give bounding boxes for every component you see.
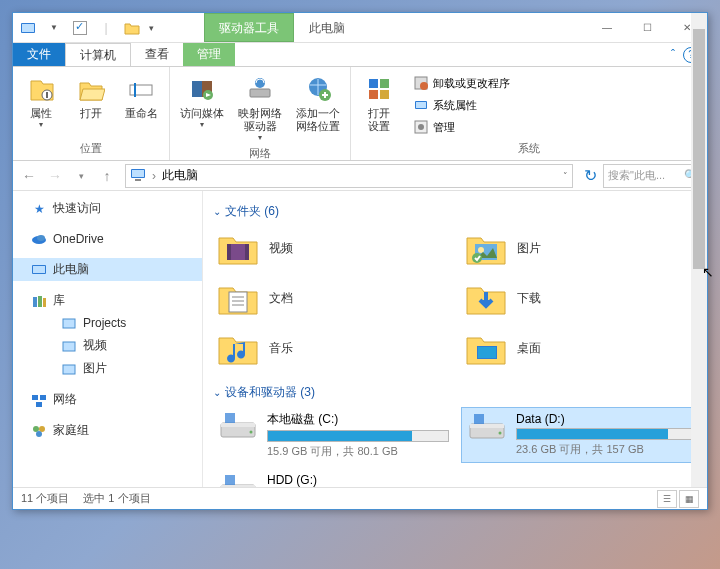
sidebar-item-network[interactable]: 网络: [13, 388, 202, 411]
folder-item-downloads[interactable]: 下载: [461, 276, 701, 320]
svg-point-18: [420, 82, 428, 90]
folder-icon: [217, 330, 259, 366]
quick-access-toolbar: ▼ | ▾: [13, 17, 154, 39]
section-folders-header[interactable]: ⌄文件夹 (6): [209, 199, 701, 226]
recent-locations-button[interactable]: ▾: [69, 164, 93, 188]
tab-manage[interactable]: 管理: [183, 43, 235, 66]
folder-item-desktop[interactable]: 桌面: [461, 326, 701, 370]
open-icon: [75, 73, 107, 105]
address-bar[interactable]: › 此电脑 ˅: [125, 164, 573, 188]
drive-usage-text: 23.6 GB 可用，共 157 GB: [516, 442, 696, 457]
svg-rect-25: [135, 179, 141, 181]
address-dropdown-icon[interactable]: ˅: [563, 171, 568, 181]
folder-item-pictures[interactable]: 图片: [461, 226, 701, 270]
drive-item[interactable]: HDD (G:)502 GB 可用，共 833 GB: [213, 469, 453, 487]
ribbon-system-properties-button[interactable]: 系统属性: [409, 95, 514, 115]
tab-view[interactable]: 查看: [131, 43, 183, 66]
svg-rect-61: [474, 414, 484, 424]
system-menu-icon[interactable]: [17, 17, 39, 39]
svg-rect-16: [380, 90, 389, 99]
qat-properties-icon[interactable]: [69, 17, 91, 39]
svg-rect-24: [132, 170, 144, 177]
view-details-button[interactable]: ☰: [657, 490, 677, 508]
drive-item[interactable]: 本地磁盘 (C:)15.9 GB 可用，共 80.1 GB: [213, 407, 453, 463]
svg-rect-44: [245, 244, 249, 260]
qat-overflow-icon[interactable]: ▾: [149, 23, 154, 33]
ribbon-add-location-button[interactable]: 添加一个 网络位置: [294, 71, 342, 144]
svg-rect-3: [46, 92, 48, 98]
drive-icon: [217, 411, 259, 447]
qat-new-folder-icon[interactable]: [121, 17, 143, 39]
ribbon-manage-button[interactable]: 管理: [409, 117, 514, 137]
breadcrumb-thispc[interactable]: 此电脑: [162, 167, 198, 184]
sidebar-item-libraries[interactable]: 库: [13, 289, 202, 312]
sidebar-item-video[interactable]: 视频: [13, 334, 202, 357]
svg-rect-57: [225, 413, 235, 423]
folder-item-documents[interactable]: 文档: [213, 276, 453, 320]
properties-icon: [25, 73, 57, 105]
sidebar-item-quick-access[interactable]: ★快速访问: [13, 197, 202, 220]
svg-rect-33: [63, 319, 75, 328]
folder-icon: [465, 330, 507, 366]
svg-point-27: [37, 235, 45, 241]
folder-icon: [217, 230, 259, 266]
svg-rect-13: [369, 79, 378, 88]
minimize-button[interactable]: —: [587, 13, 627, 43]
search-input[interactable]: 搜索"此电...🔍: [603, 164, 703, 188]
ribbon-access-media-button[interactable]: 访问媒体 ▾: [178, 71, 226, 144]
svg-point-47: [472, 253, 482, 263]
libraries-icon: [31, 293, 47, 309]
folder-item-video[interactable]: 视频: [213, 226, 453, 270]
svg-rect-63: [221, 485, 255, 487]
svg-rect-30: [33, 297, 37, 307]
folder-icon: [217, 280, 259, 316]
refresh-button[interactable]: ↻: [579, 166, 601, 185]
drive-item[interactable]: Data (D:)23.6 GB 可用，共 157 GB: [461, 407, 701, 463]
svg-point-22: [418, 124, 424, 130]
up-button[interactable]: ↑: [95, 164, 119, 188]
ribbon-tabstrip: 文件 计算机 查看 管理 ˆ ?: [13, 43, 707, 67]
folder-item-music[interactable]: 音乐: [213, 326, 453, 370]
ribbon-group-location-label: 位置: [21, 139, 161, 156]
ribbon-uninstall-button[interactable]: 卸载或更改程序: [409, 73, 514, 93]
sidebar-item-projects[interactable]: Projects: [13, 312, 202, 334]
tab-computer[interactable]: 计算机: [65, 43, 131, 66]
vertical-scrollbar[interactable]: [691, 191, 707, 487]
sidebar-item-thispc[interactable]: 此电脑: [13, 258, 202, 281]
statusbar: 11 个项目 选中 1 个项目 ☰ ▦: [13, 487, 707, 509]
video-library-icon: [61, 338, 77, 354]
thispc-icon: [130, 167, 146, 184]
drive-usage-bar: [516, 428, 696, 440]
tab-file[interactable]: 文件: [13, 43, 65, 66]
sidebar-item-homegroup[interactable]: 家庭组: [13, 419, 202, 442]
contextual-tab-drive-tools[interactable]: 驱动器工具: [204, 13, 294, 42]
maximize-button[interactable]: ☐: [627, 13, 667, 43]
drive-icon: [217, 473, 259, 487]
window-title: 此电脑: [294, 13, 360, 42]
back-button[interactable]: ←: [17, 164, 41, 188]
navigation-pane[interactable]: ★快速访问 OneDrive 此电脑 库 Projects 视频 图片 网络 家…: [13, 191, 203, 487]
ribbon-open-button[interactable]: 打开: [71, 71, 111, 139]
content-pane[interactable]: ⌄文件夹 (6) 视频图片文档下载音乐桌面 ⌄设备和驱动器 (3) 本地磁盘 (…: [203, 191, 707, 487]
ribbon-rename-button[interactable]: 重命名: [121, 71, 161, 139]
ribbon-map-drive-button[interactable]: 映射网络 驱动器 ▾: [236, 71, 284, 144]
sidebar-item-pictures[interactable]: 图片: [13, 357, 202, 380]
qat-dropdown-icon[interactable]: ▼: [43, 17, 65, 39]
svg-rect-31: [38, 296, 42, 307]
svg-rect-4: [130, 85, 152, 95]
qat-separator: |: [95, 17, 117, 39]
drive-name: HDD (G:): [267, 473, 449, 487]
svg-rect-14: [380, 79, 389, 88]
sidebar-item-onedrive[interactable]: OneDrive: [13, 228, 202, 250]
ribbon-properties-button[interactable]: 属性 ▾: [21, 71, 61, 139]
forward-button[interactable]: →: [43, 164, 67, 188]
ribbon-open-settings-button[interactable]: 打开 设置: [359, 71, 399, 139]
view-thumbnails-button[interactable]: ▦: [679, 490, 699, 508]
section-drives-header[interactable]: ⌄设备和驱动器 (3): [209, 380, 701, 407]
svg-rect-6: [192, 81, 202, 97]
scrollbar-thumb[interactable]: [693, 191, 705, 269]
network-icon: [31, 392, 47, 408]
svg-rect-65: [225, 475, 235, 485]
ribbon-collapse-icon[interactable]: ˆ: [671, 48, 675, 62]
chevron-down-icon: ⌄: [213, 206, 221, 217]
